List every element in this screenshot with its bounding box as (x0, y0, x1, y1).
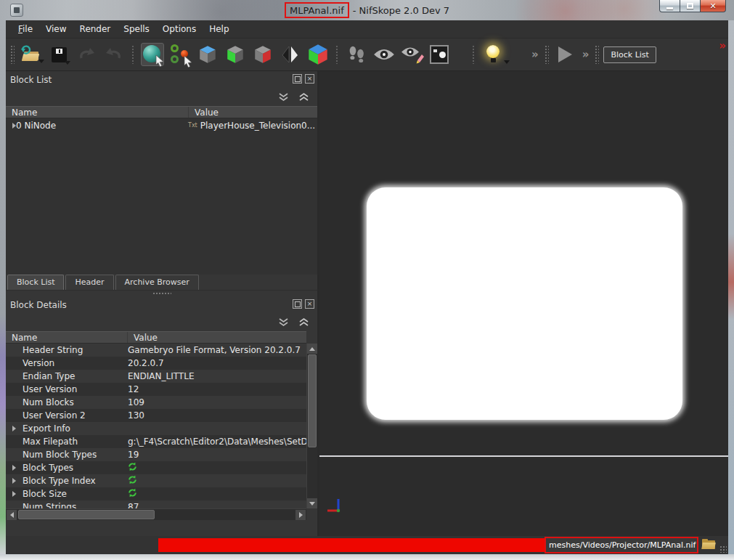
block-list-header-row: Name Value (6, 106, 317, 118)
block-list-collapse-controls (6, 87, 317, 106)
table-row[interactable]: User Version 2130 (6, 409, 306, 422)
rgb-cube-button[interactable] (306, 43, 330, 66)
cube-top-blue-button[interactable] (196, 43, 219, 66)
toolbar-block-list-button[interactable]: Block List (603, 46, 656, 63)
menu-help[interactable]: Help (203, 21, 235, 37)
block-list-body: 0 NiNode Txt PlayerHouse_Television0... (6, 118, 317, 275)
lighting-dropdown-caret[interactable] (504, 60, 510, 64)
table-row[interactable]: Header StringGamebryo File Format, Versi… (6, 344, 306, 357)
cube-side-red-button[interactable] (251, 43, 274, 66)
table-row[interactable]: Endian TypeENDIAN_LITTLE (6, 370, 306, 383)
screenshot-button[interactable] (428, 43, 451, 66)
expand-all-icon[interactable] (297, 92, 310, 102)
horizontal-scrollbar[interactable] (6, 508, 306, 520)
menu-view[interactable]: View (39, 21, 73, 37)
vertical-scrollbar[interactable] (306, 344, 317, 508)
collapse-all-icon[interactable] (277, 92, 290, 102)
save-dropdown-caret[interactable] (65, 61, 70, 65)
table-row[interactable]: 0 NiNode Txt PlayerHouse_Television0... (6, 118, 317, 132)
table-row[interactable]: Version20.2.0.7 (6, 357, 306, 370)
panel-splitter[interactable] (6, 291, 317, 296)
tab-block-list[interactable]: Block List (7, 275, 64, 290)
expand-all-icon[interactable] (297, 317, 310, 327)
cube-front-green-icon (225, 44, 245, 65)
toolbar-drag-handle[interactable] (545, 45, 549, 64)
toolbar-separator (131, 45, 135, 64)
tv-screen-mesh[interactable] (367, 187, 682, 420)
toolbar-separator (335, 45, 339, 64)
redo-icon (105, 46, 123, 63)
title-filename-annotated: MLPAnal.nif (285, 2, 349, 18)
float-panel-icon[interactable] (293, 74, 302, 84)
file-path-field-annotated[interactable]: meshes/Videos/Projector/MLPAnal.nif (545, 537, 698, 553)
select-vertex-button[interactable] (168, 43, 192, 66)
toolbar-extension-chevron[interactable]: » (582, 48, 590, 61)
close-panel-icon[interactable]: × (305, 299, 314, 309)
toolbar-separator (472, 45, 476, 64)
redo-button[interactable] (102, 43, 126, 66)
table-row[interactable]: Num Block Types19 (6, 448, 306, 461)
menu-render[interactable]: Render (73, 21, 118, 37)
scroll-left-button[interactable] (7, 510, 17, 520)
open-reload-button[interactable] (20, 43, 43, 66)
edit-visibility-button[interactable] (400, 43, 423, 66)
select-object-button[interactable] (141, 43, 164, 66)
open-dropdown-caret[interactable] (38, 60, 44, 63)
toolbar-drag-handle[interactable] (595, 45, 599, 64)
menubar: File View Render Spells Options Help (6, 20, 728, 38)
menu-spells[interactable]: Spells (117, 21, 156, 37)
close-button[interactable]: ✕ (701, 0, 726, 12)
scroll-down-button[interactable] (307, 498, 317, 508)
tab-header[interactable]: Header (65, 275, 113, 290)
toolbar-extension-chevron[interactable]: » (531, 48, 539, 61)
collapse-all-icon[interactable] (277, 317, 290, 327)
block-details-panel: Block Details × Name Value (6, 296, 317, 520)
table-row[interactable]: Num Strings87 (6, 500, 306, 508)
toolbar-overflow-chevron-red[interactable]: » (719, 39, 726, 52)
window-border-left (0, 20, 6, 554)
render-viewport[interactable] (319, 71, 728, 536)
column-header-value[interactable]: Value (189, 107, 224, 118)
save-button[interactable] (47, 43, 70, 66)
menu-file[interactable]: File (12, 21, 39, 37)
scroll-right-button[interactable] (295, 510, 306, 520)
scrollbar-thumb[interactable] (18, 510, 155, 519)
scrollbar-thumb[interactable] (308, 354, 317, 447)
menu-options[interactable]: Options (156, 21, 203, 37)
tab-archive-browser[interactable]: Archive Browser (115, 275, 199, 290)
table-row[interactable]: Block Types (6, 461, 306, 474)
titlebar[interactable]: MLPAnal.nif - NifSkope 2.0 Dev 7 ✕ (0, 0, 734, 20)
undo-button[interactable] (75, 43, 98, 66)
scroll-up-button[interactable] (307, 344, 317, 354)
title-suffix: - NifSkope 2.0 Dev 7 (353, 5, 449, 16)
table-row[interactable]: Block Type Index (6, 474, 306, 487)
column-header-name[interactable]: Name (6, 107, 189, 118)
lighting-button[interactable] (481, 43, 505, 66)
browse-folder-icon[interactable] (702, 539, 716, 550)
toolbar: » » Block List » (6, 38, 728, 71)
toolbar-drag-handle[interactable] (10, 45, 15, 64)
close-panel-icon[interactable]: × (305, 74, 314, 84)
cube-front-green-button[interactable] (224, 43, 247, 66)
resize-grip[interactable] (719, 545, 727, 553)
float-panel-icon[interactable] (293, 299, 302, 309)
window-controls: ✕ (659, 0, 726, 12)
table-row[interactable]: Block Size (6, 487, 306, 500)
table-row[interactable]: Num Blocks109 (6, 396, 306, 409)
panel-title-text: Block Details (10, 300, 67, 310)
visibility-button[interactable] (372, 43, 396, 66)
txt-type-icon: Txt (188, 122, 197, 129)
play-icon (558, 46, 572, 62)
table-row[interactable]: User Version12 (6, 383, 306, 396)
play-animation-button[interactable] (554, 43, 577, 66)
table-row[interactable]: Export Info (6, 422, 306, 435)
column-header-name[interactable]: Name (6, 332, 128, 343)
minimize-button[interactable] (659, 0, 680, 12)
walk-footprints-button[interactable] (345, 43, 368, 66)
lightbulb-icon (485, 44, 501, 65)
cube-top-blue-icon (197, 44, 218, 65)
flip-normals-button[interactable] (279, 43, 302, 66)
column-header-value[interactable]: Value (128, 332, 163, 343)
maximize-button[interactable] (680, 0, 701, 12)
table-row[interactable]: Max Filepathg:\_F4\Scratch\Editor2\Data\… (6, 435, 306, 448)
